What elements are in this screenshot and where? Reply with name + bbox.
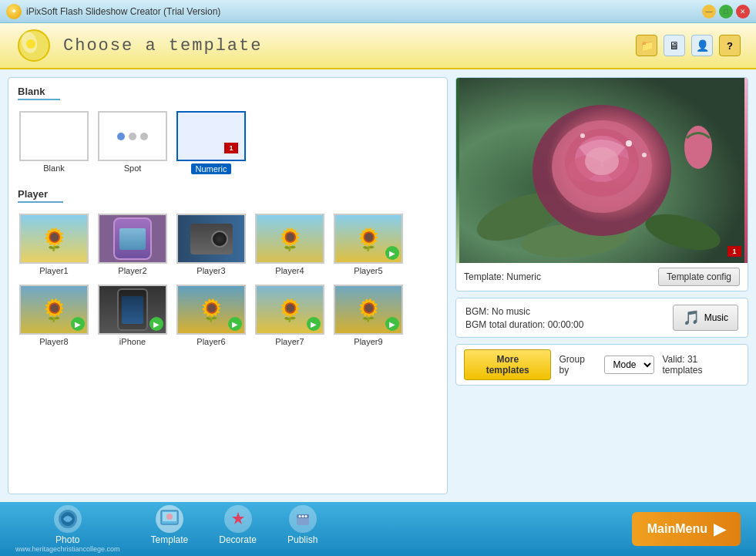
numeric-thumb: 1: [176, 111, 246, 161]
handheld-screen: [119, 228, 146, 250]
preview-numeric-badge: 1: [727, 246, 741, 257]
player3-label: Player3: [197, 266, 225, 275]
template-item-player6[interactable]: 🌻 ▶ Player6: [175, 283, 247, 348]
bgm-label1: BGM: No music: [465, 306, 583, 317]
more-templates-button[interactable]: More templates: [464, 349, 551, 380]
help-icon-btn[interactable]: ?: [719, 35, 741, 56]
template-item-player4[interactable]: 🌻 Player4: [254, 212, 326, 277]
blank-section-label: Blank: [18, 86, 60, 100]
main-menu-button[interactable]: MainMenu ▶: [632, 512, 741, 546]
camera-lens: [211, 231, 228, 248]
template-item-iphone[interactable]: ▶ iPhone: [96, 283, 169, 348]
template-item-player1[interactable]: 🌻 Player1: [18, 212, 90, 277]
player5-thumb: 🌻 ▶: [334, 214, 403, 264]
app-icon: ✦: [6, 4, 22, 19]
rose-svg: [456, 78, 748, 263]
player4-flower-icon: 🌻: [277, 226, 304, 251]
photo-label: Photo: [55, 534, 79, 545]
title-controls: — □ ✕: [702, 5, 750, 19]
player-section: Player 🌻 Player1: [18, 188, 438, 348]
player6-badge: ▶: [228, 317, 242, 331]
template-label: Template: Numeric: [464, 271, 541, 282]
template-item-blank[interactable]: Blank: [18, 110, 90, 176]
player1-flower-icon: 🌻: [41, 226, 68, 251]
template-item-numeric[interactable]: 1 Numeric: [175, 110, 247, 176]
svg-point-25: [304, 515, 307, 517]
svg-point-2: [26, 39, 35, 49]
template-item-player5[interactable]: 🌻 ▶ Player5: [332, 212, 405, 277]
template-item-spot[interactable]: Spot: [96, 110, 169, 176]
nav-items: Photo www.heritagechristiancollege.com T…: [15, 505, 318, 553]
header-title: Choose a template: [63, 36, 262, 56]
player5-badge: ▶: [385, 246, 399, 260]
template-item-player8[interactable]: 🌻 ▶ Player8: [18, 283, 90, 348]
template-config-button[interactable]: Template config: [658, 268, 740, 286]
player7-label: Player7: [275, 337, 304, 346]
music-button[interactable]: 🎵 Music: [673, 305, 738, 331]
player3-thumb: [176, 214, 246, 264]
bottom-nav: Photo www.heritagechristiancollege.com T…: [0, 502, 756, 556]
preview-footer: Template: Numeric Template config: [456, 263, 748, 291]
screen-icon-btn[interactable]: 🖥: [664, 35, 685, 56]
svg-point-14: [580, 133, 585, 138]
nav-item-decorate[interactable]: Decorate: [219, 505, 257, 553]
minimize-button[interactable]: —: [702, 5, 716, 19]
publish-label: Publish: [287, 534, 318, 545]
player6-flower-icon: 🌻: [198, 297, 225, 322]
nav-item-template[interactable]: Template: [151, 505, 189, 553]
player9-thumb: 🌻 ▶: [334, 285, 403, 335]
left-panel: Blank Blank: [8, 77, 448, 494]
maximize-button[interactable]: □: [719, 5, 733, 19]
right-panel: 1 Template: Numeric Template config BGM:…: [455, 77, 748, 494]
player2-thumb: [98, 214, 167, 264]
header-logo-icon: [15, 27, 52, 64]
user-icon-btn[interactable]: 👤: [691, 35, 713, 56]
template-controls: More templates Group by Mode Style Color…: [455, 344, 748, 386]
publish-icon: [289, 505, 317, 533]
nav-item-photo[interactable]: Photo www.heritagechristiancollege.com: [15, 505, 120, 553]
close-button[interactable]: ✕: [736, 5, 750, 19]
main-menu-label: MainMenu: [647, 522, 707, 536]
template-scroll[interactable]: Blank Blank: [8, 78, 447, 494]
photo-sublabel: www.heritagechristiancollege.com: [15, 545, 120, 553]
player9-badge: ▶: [385, 317, 399, 331]
spot-label: Spot: [124, 163, 142, 173]
player6-label: Player6: [197, 337, 225, 346]
numeric-label: Numeric: [191, 163, 232, 174]
player5-flower-icon: 🌻: [355, 226, 382, 251]
valid-count: Valid: 31 templates: [662, 354, 740, 376]
template-item-player7[interactable]: 🌻 ▶ Player7: [254, 283, 326, 348]
player1-label: Player1: [39, 266, 68, 275]
svg-point-12: [626, 140, 632, 147]
template-label-nav: Template: [151, 534, 189, 545]
player-section-label: Player: [18, 188, 63, 203]
template-item-player2[interactable]: Player2: [96, 212, 169, 277]
main-menu-arrow-icon: ▶: [714, 520, 725, 538]
bgm-section: BGM: No music BGM total duration: 00:00:…: [455, 298, 748, 338]
spot-thumb: [98, 111, 167, 161]
player1-thumb: 🌻: [19, 214, 89, 264]
player7-badge: ▶: [307, 317, 321, 331]
nav-item-publish[interactable]: Publish: [287, 505, 318, 553]
app-title: iPixSoft Flash Slideshow Creator (Trial …: [26, 6, 220, 17]
player4-label: Player4: [275, 266, 304, 275]
group-by-select[interactable]: Mode Style Color: [604, 356, 654, 374]
blank-section: Blank Blank: [18, 86, 438, 176]
svg-point-20: [166, 514, 173, 520]
svg-point-13: [642, 153, 647, 157]
header-icons: 📁 🖥 👤 ?: [636, 35, 741, 56]
blank-thumb: [19, 111, 89, 161]
player2-label: Player2: [118, 266, 146, 275]
player9-flower-icon: 🌻: [355, 297, 382, 322]
spot-dot-3: [140, 133, 148, 140]
template-item-player9[interactable]: 🌻 ▶ Player9: [332, 283, 405, 348]
folder-icon-btn[interactable]: 📁: [636, 35, 657, 56]
music-btn-label: Music: [704, 312, 728, 323]
preview-image: 1: [456, 78, 748, 263]
template-item-player3[interactable]: Player3: [175, 212, 247, 277]
svg-point-24: [301, 515, 304, 517]
spot-dot-2: [129, 133, 136, 140]
header-left: Choose a template: [15, 27, 262, 64]
spot-dot-1: [117, 133, 125, 140]
player8-thumb: 🌻 ▶: [19, 285, 89, 335]
